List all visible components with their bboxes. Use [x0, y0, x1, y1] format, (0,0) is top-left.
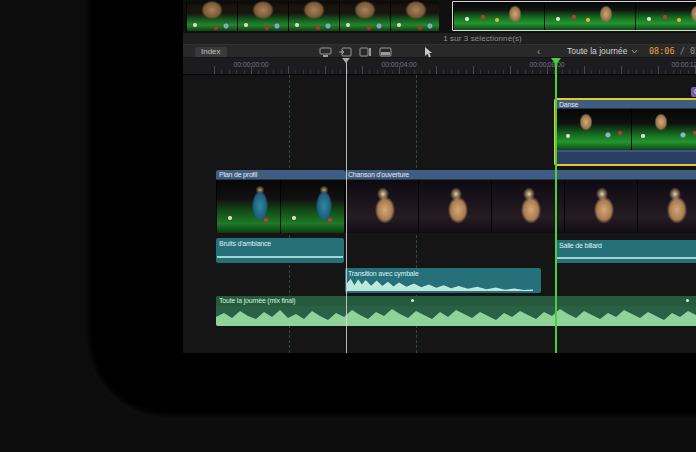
browser-clip-filmstrip-selected[interactable] — [452, 1, 696, 31]
clip-chanson-douverture[interactable]: Chanson d'ouverture — [345, 170, 696, 233]
marker-dot — [686, 299, 689, 302]
insert-edit-icon[interactable] — [339, 47, 352, 57]
connect-edit-icon[interactable] — [319, 47, 332, 57]
timeline-toolbar: Index ‹ Toute l — [183, 44, 696, 58]
timeline-ruler[interactable]: 00:00:00:00 00:00:04:00 00:00:08:00 00:0… — [183, 58, 696, 75]
index-button[interactable]: Index — [195, 47, 227, 57]
skimmer[interactable] — [346, 58, 347, 353]
audio-waveform — [217, 256, 343, 258]
audio-waveform — [557, 257, 696, 259]
clip-toute-la-journee-mix[interactable]: Toute la journée (mix final) — [216, 296, 696, 326]
overwrite-edit-icon[interactable] — [379, 47, 392, 57]
clip-label: Plan de profil — [216, 170, 345, 180]
clip-danse-selected[interactable]: Danse — [554, 98, 696, 166]
clip-label: Danse — [556, 100, 696, 109]
clip-label: Chanson d'ouverture — [345, 170, 696, 180]
clip-label: Salle de billard — [559, 242, 602, 249]
project-name-dropdown[interactable]: Toute la journée — [567, 45, 638, 59]
playhead[interactable] — [555, 58, 557, 353]
timecode-total: 02:42:08 — [690, 46, 696, 56]
chevron-down-icon[interactable] — [394, 50, 401, 55]
macbook-body: 1 sur 3 sélectionné(s) Index — [86, 0, 696, 419]
ruler-label: 00:00:04:00 — [382, 61, 417, 68]
chevron-down-icon[interactable] — [436, 50, 443, 55]
browser-clip-filmstrip[interactable] — [186, 1, 439, 31]
ruler-label: 00:00:12:00 — [672, 61, 696, 68]
clip-label: Transition avec cymbale — [348, 270, 419, 277]
clip-filmstrip — [345, 180, 696, 233]
clip-label: Toute la journée (mix final) — [216, 296, 696, 306]
project-name: Toute la journée — [567, 46, 628, 56]
skimmer-icon — [342, 58, 350, 63]
clip-label: Bruits d'ambiance — [219, 240, 271, 247]
clip-filmstrip — [556, 109, 696, 150]
selection-status: 1 sur 3 sélectionné(s) — [183, 33, 696, 44]
append-edit-icon[interactable] — [359, 47, 372, 57]
clip-generique[interactable]: Générique — [691, 87, 696, 97]
timeline-tracks: Générique Danse Plan de profil Chanson d… — [183, 75, 696, 353]
playhead-icon — [551, 58, 561, 65]
chevron-down-icon — [631, 45, 638, 58]
clip-bruits-dambiance[interactable]: Bruits d'ambiance — [216, 238, 344, 263]
previous-project-button[interactable]: ‹ — [537, 45, 540, 59]
timecode-display: 08:06 / 02:42:08 — [649, 45, 696, 59]
ruler-label: 00:00:00:00 — [234, 61, 269, 68]
audio-waveform — [347, 278, 533, 291]
clip-transition-avec-cymbale[interactable]: Transition avec cymbale — [345, 268, 541, 293]
clip-filmstrip — [216, 180, 345, 233]
browser-filmstrip-area — [183, 0, 696, 33]
clip-audio-section — [556, 150, 696, 164]
final-cut-pro-window: 1 sur 3 sélectionné(s) Index — [183, 0, 696, 353]
music-waveform — [216, 306, 696, 326]
clip-salle-de-billard[interactable]: Salle de billard — [556, 240, 696, 263]
marker-dot — [411, 299, 414, 302]
timecode-current: 08:06 — [649, 46, 675, 56]
clip-plan-de-profil[interactable]: Plan de profil — [216, 170, 345, 233]
select-tool-icon[interactable] — [423, 47, 436, 57]
